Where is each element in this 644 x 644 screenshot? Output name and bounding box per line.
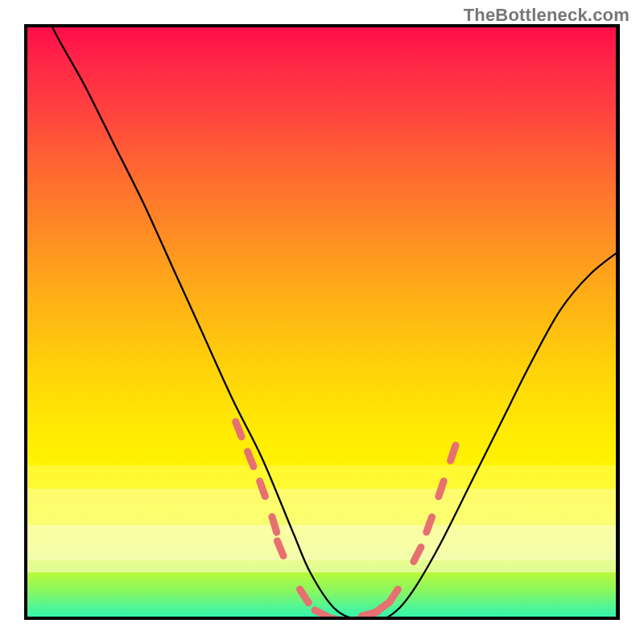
marker-bead	[451, 445, 456, 460]
marker-bead	[439, 481, 444, 497]
marker-bead	[260, 481, 266, 497]
marker-bead	[315, 610, 329, 617]
marker-bead	[332, 618, 348, 620]
marker-beads-group	[236, 422, 456, 620]
marker-bead	[248, 452, 254, 467]
bottleneck-curve	[24, 24, 620, 620]
marker-bead	[236, 422, 242, 437]
marker-bead	[414, 547, 421, 562]
curve-layer	[24, 24, 620, 620]
marker-bead	[299, 589, 308, 603]
marker-bead	[427, 517, 432, 532]
marker-bead	[272, 517, 277, 532]
watermark-text: TheBottleneck.com	[464, 5, 630, 26]
marker-bead	[277, 541, 283, 555]
marker-bead	[389, 589, 398, 603]
chart-stage: TheBottleneck.com	[0, 0, 644, 644]
